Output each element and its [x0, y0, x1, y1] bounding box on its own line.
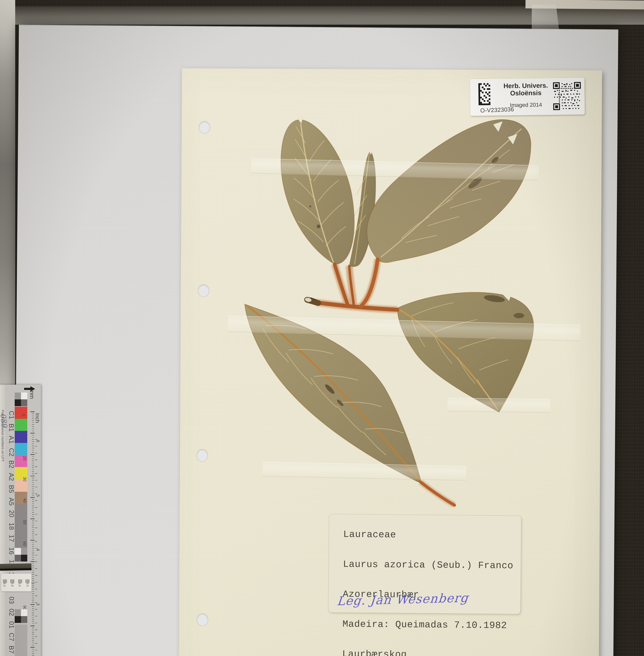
locality-date: Madeira: Queimadas 7.10.1982: [342, 619, 507, 631]
color-patches-bottom: [15, 625, 27, 656]
inch-unit-label: Inch: [34, 413, 40, 423]
punch-hole: [197, 450, 208, 461]
inch-ruler-numbers: 6543210: [37, 435, 41, 656]
mounting-tape-strip: [447, 398, 551, 413]
punch-hole: [199, 122, 210, 133]
resolution-number: 6.3: [3, 583, 6, 587]
mm-number: 40: [22, 498, 27, 503]
resolution-number: 4.5: [26, 583, 29, 587]
punch-hole: [197, 614, 208, 626]
mm-unit-label: mm: [29, 389, 35, 399]
herbarium-name-line1: Herb. Univers.: [500, 82, 552, 90]
qr-code-icon: [553, 82, 581, 110]
inch-number: 6: [36, 440, 40, 442]
leaf-upper-left: [280, 116, 355, 264]
grayscale-checker: [15, 548, 27, 562]
datamatrix-barcode-icon: [475, 83, 494, 105]
mm-ruler-major-ticks: [30, 412, 34, 656]
mm-number: 30: [22, 477, 27, 482]
grayscale-checker: [15, 609, 27, 623]
leaf-upper-right: [367, 119, 531, 263]
resolution-hatch-icon: [10, 579, 14, 583]
inch-number: 5: [36, 494, 40, 497]
leaf-lower-right: [397, 291, 534, 412]
mm-number: 0: [21, 414, 26, 416]
resolution-hatch-icon: [3, 579, 7, 583]
inch-number: 4: [36, 549, 40, 551]
taxon-name: Laurus azorica (Seub.) Franco: [343, 559, 513, 571]
punch-hole: [198, 285, 209, 297]
mm-number: 50: [22, 520, 27, 525]
grayscale-checker: [15, 393, 27, 406]
inch-number: 3: [36, 603, 40, 605]
twig-and-stems: [304, 259, 397, 310]
herbarium-sheet: O-V2323036 Herb. Univers. Osloënsis Imag…: [179, 68, 602, 656]
stacked-sheets-edge: [0, 0, 15, 391]
herbarium-scan-photo: O-V2323036 Herb. Univers. Osloënsis Imag…: [0, 0, 644, 656]
resolution-hatch-icon: [18, 579, 22, 583]
barcode-label: O-V2323036 Herb. Univers. Osloënsis Imag…: [470, 78, 585, 116]
mm-number: 60: [22, 541, 27, 546]
specimen-label: Lauraceae Laurus azorica (Seub.) Franco …: [328, 514, 521, 614]
patch-label: 03: [5, 596, 17, 604]
color-patch: [15, 625, 27, 656]
herbarium-name-line2: Osloënsis: [500, 89, 552, 97]
dark-tape-bar: [0, 563, 31, 571]
resolution-number: 5.6: [11, 583, 14, 587]
resolution-target: 4.55.05.66.3: [1, 574, 31, 591]
resolution-hatch-icon: [26, 579, 29, 583]
resolution-number: 5.0: [19, 583, 22, 587]
mm-number: 10: [22, 434, 27, 439]
habitat-note: Laurbærskog: [342, 649, 407, 656]
color-calibration-ruler: 089 Patch Reference numbers on UTT mm In…: [0, 385, 41, 656]
mm-number: 20: [22, 456, 27, 460]
family-name: Lauraceae: [343, 529, 396, 540]
imaged-year: Imaged 2014: [500, 101, 552, 108]
